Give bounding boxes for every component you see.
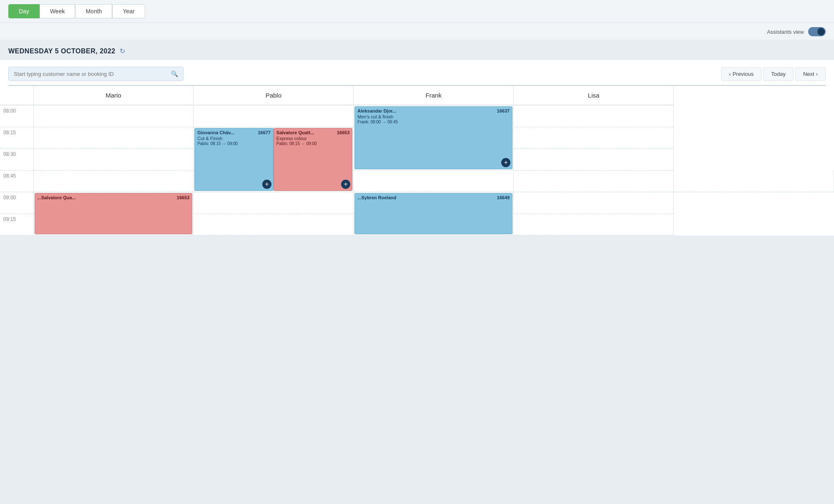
next-chevron-icon: ›	[816, 71, 818, 77]
refresh-icon[interactable]: ↻	[120, 47, 125, 55]
cell-pablo-0900[interactable]	[193, 192, 354, 213]
cell-pablo-0815[interactable]: Giovanna Cháv... 16677 Cut & Finish Pabl…	[193, 127, 354, 192]
appt-mario-salvatore[interactable]: ...Salvatore Qua... 16653	[35, 193, 193, 234]
cell-mario-0845[interactable]	[33, 170, 193, 192]
appt-pablo-giovanna[interactable]: Giovanna Cháv... 16677 Cut & Finish Pabl…	[194, 128, 273, 191]
time-label-0800: 08:00	[0, 105, 33, 127]
staff-header-row: Mario Pablo Frank Lisa	[0, 86, 834, 105]
time-row-0845: 08:45	[0, 170, 834, 192]
cell-frank-0800[interactable]: Aleksandar Djor... 16637 Men's cut & fin…	[354, 105, 514, 170]
cell-lisa-0845[interactable]	[674, 170, 834, 192]
add-appointment-btn[interactable]: +	[262, 180, 271, 189]
appt-header: Salvatore Quatt... 16653	[276, 130, 349, 135]
toggle-knob	[817, 28, 825, 35]
appt-service: Cut & Finish	[197, 136, 270, 141]
calendar-body: 08:00 Aleksandar Djor... 16637 Men's cut…	[0, 105, 834, 235]
staff-mario: Mario	[33, 86, 193, 105]
appt-time: Frank: 08:00 → 08:45	[357, 120, 510, 124]
cell-lisa-0915[interactable]	[514, 213, 674, 235]
appt-customer: Aleksandar Djor...	[357, 108, 396, 113]
next-button[interactable]: Next ›	[795, 67, 826, 81]
appt-customer: Salvatore Quatt...	[276, 130, 314, 135]
appt-customer: Giovanna Cháv...	[197, 130, 234, 135]
cell-lisa-0900[interactable]	[514, 192, 674, 213]
today-button[interactable]: Today	[763, 67, 794, 81]
current-date: WEDNESDAY 5 OCTOBER, 2022	[8, 48, 116, 55]
time-label-0915: 09:15	[0, 213, 33, 235]
cell-mario-0800[interactable]	[33, 105, 193, 127]
time-label-0900: 09:00	[0, 192, 33, 213]
staff-lisa: Lisa	[514, 86, 674, 105]
search-icon: 🔍	[171, 70, 178, 77]
search-nav-row: 🔍 ‹ Previous Today Next ›	[0, 60, 834, 85]
search-box: 🔍	[8, 67, 183, 81]
appt-time: Pablo: 08:15 → 09:00	[197, 141, 270, 146]
nav-buttons: ‹ Previous Today Next ›	[721, 67, 826, 81]
time-label-0845: 08:45	[0, 170, 33, 192]
cell-mario-0900[interactable]: ...Salvatore Qua... 16653	[33, 192, 193, 235]
appt-header: Giovanna Cháv... 16677	[197, 130, 270, 135]
appt-frank-aleksandar[interactable]: Aleksandar Djor... 16637 Men's cut & fin…	[354, 106, 512, 169]
header-area: Assistants view	[0, 23, 834, 40]
cell-pablo-0915[interactable]	[193, 213, 354, 235]
appt-customer: ...Sybren Roeland	[357, 195, 396, 200]
appt-booking-id: 16677	[258, 130, 271, 135]
view-year-btn[interactable]: Year	[112, 4, 145, 18]
calendar-container: Mario Pablo Frank Lisa 08:00	[0, 86, 834, 236]
cell-lisa-0815[interactable]	[514, 127, 674, 148]
cell-frank-0900[interactable]: ...Sybren Roeland 16649	[354, 192, 514, 235]
assistants-view-label: Assistants view	[767, 29, 804, 35]
appt-pablo-salvatore[interactable]: Salvatore Quatt... 16653 Express colour …	[274, 128, 352, 191]
cell-lisa-0800[interactable]	[514, 105, 674, 127]
top-bar: Day Week Month Year	[0, 0, 834, 23]
next-label: Next	[803, 71, 814, 77]
cell-mario-0815[interactable]	[33, 127, 193, 148]
add-appointment-btn[interactable]: +	[501, 158, 510, 167]
view-week-btn[interactable]: Week	[40, 4, 75, 18]
time-label-0815: 08:15	[0, 127, 33, 148]
appt-service: Men's cut & finish	[357, 114, 510, 119]
appt-header: ...Sybren Roeland 16649	[357, 195, 510, 200]
cell-frank-0845[interactable]	[514, 170, 674, 192]
appt-customer: ...Salvatore Qua...	[38, 195, 76, 200]
appt-service: Express colour	[276, 136, 349, 141]
cell-lisa-0830[interactable]	[514, 148, 674, 170]
cell-pablo-0845[interactable]	[354, 170, 514, 192]
assistants-view-toggle[interactable]	[808, 27, 826, 36]
main-content: 🔍 ‹ Previous Today Next ›	[0, 60, 834, 236]
cell-pablo-0800[interactable]	[193, 105, 354, 127]
add-appointment-btn-2[interactable]: +	[341, 180, 350, 189]
appt-time: Pablo: 08:15 → 09:00	[276, 141, 349, 146]
today-label: Today	[771, 71, 786, 77]
prev-chevron-icon: ‹	[729, 71, 731, 77]
calendar-table: Mario Pablo Frank Lisa 08:00	[0, 86, 834, 236]
staff-frank: Frank	[354, 86, 514, 105]
time-col-header	[0, 86, 33, 105]
calendar-header: Mario Pablo Frank Lisa	[0, 86, 834, 105]
time-row-0900: 09:00 ...Salvatore Qua... 16653	[0, 192, 834, 213]
appt-booking-id: 16653	[177, 195, 190, 200]
appt-frank-sybren[interactable]: ...Sybren Roeland 16649	[354, 193, 512, 234]
prev-button[interactable]: ‹ Previous	[721, 67, 761, 81]
appt-header: Aleksandar Djor... 16637	[357, 108, 510, 113]
time-label-0830: 08:30	[0, 148, 33, 170]
date-heading: WEDNESDAY 5 OCTOBER, 2022 ↻	[0, 40, 834, 60]
time-row-0800: 08:00 Aleksandar Djor... 16637 Men's cut…	[0, 105, 834, 127]
cell-mario-0830[interactable]	[33, 148, 193, 170]
view-month-btn[interactable]: Month	[75, 4, 112, 18]
prev-label: Previous	[733, 71, 754, 77]
appt-header: ...Salvatore Qua... 16653	[38, 195, 190, 200]
search-input[interactable]	[14, 71, 168, 77]
appt-booking-id: 16637	[497, 108, 510, 113]
view-day-btn[interactable]: Day	[8, 4, 40, 18]
appt-booking-id: 16653	[337, 130, 350, 135]
appt-booking-id: 16649	[497, 195, 510, 200]
staff-pablo: Pablo	[193, 86, 354, 105]
